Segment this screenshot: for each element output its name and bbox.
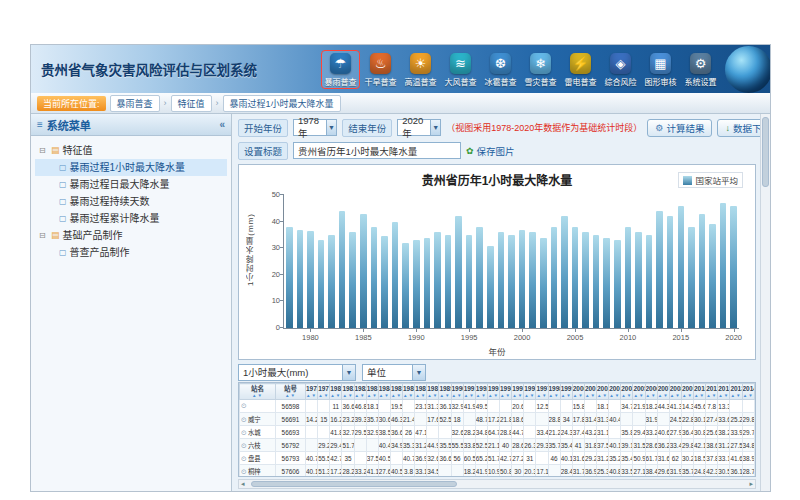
start-year-select[interactable]: 1978年 ▼: [293, 119, 337, 136]
unit-select[interactable]: 单位 ▼: [362, 364, 426, 381]
column-header[interactable]: 1983▲▼: [366, 384, 378, 400]
tree-folder[interactable]: ⊟▤特征值: [35, 142, 227, 159]
column-header[interactable]: 2008▲▼: [669, 384, 681, 400]
column-header[interactable]: 1982▲▼: [354, 384, 366, 400]
metric-select[interactable]: 1小时最大(mm) ▼: [238, 364, 356, 381]
column-header[interactable]: 2014▲▼: [742, 384, 755, 400]
column-header[interactable]: 2002▲▼: [597, 384, 609, 400]
nav-icon[interactable]: ☀高温普查: [401, 50, 440, 89]
column-header[interactable]: 2010▲▼: [694, 384, 706, 400]
column-header-label: 1986: [403, 385, 414, 393]
column-header[interactable]: 1979▲▼: [318, 384, 330, 400]
column-header[interactable]: 2009▲▼: [681, 384, 693, 400]
column-header[interactable]: 2006▲▼: [645, 384, 657, 400]
column-header[interactable]: 2007▲▼: [657, 384, 669, 400]
horizontal-scrollbar[interactable]: ◂ ▸: [238, 479, 756, 489]
tree-item[interactable]: ▢暴雨过程持续天数: [35, 193, 227, 210]
column-header[interactable]: 1991▲▼: [463, 384, 475, 400]
scroll-right-icon[interactable]: ▸: [749, 479, 753, 488]
radio-icon[interactable]: ⊙: [241, 442, 247, 449]
column-header[interactable]: 1988▲▼: [427, 384, 439, 400]
tree-item[interactable]: ▢暴雨过程日最大降水量: [35, 176, 227, 193]
column-header[interactable]: 1998▲▼: [548, 384, 560, 400]
value-cell: [487, 400, 499, 413]
column-header[interactable]: 2000▲▼: [572, 384, 584, 400]
radio-icon[interactable]: ⊙: [241, 455, 247, 462]
value-cell: 21.4: [403, 413, 415, 426]
column-header[interactable]: 站名▲▼: [240, 384, 276, 400]
radio-icon[interactable]: ⊙: [241, 416, 247, 423]
table-row[interactable]: ⊙盘县5679340.755.542.73537.540.540.736.932…: [240, 452, 755, 465]
nav-icon[interactable]: ▦图形审核: [641, 50, 680, 89]
column-header[interactable]: 1980▲▼: [330, 384, 342, 400]
column-header[interactable]: 2013▲▼: [730, 384, 742, 400]
column-header[interactable]: 1999▲▼: [560, 384, 572, 400]
value-cell: 38.6: [706, 439, 718, 452]
table-row[interactable]: ⊙565981136.646.818.119.523.131.336.132.9…: [240, 400, 755, 413]
chart-bar: [402, 243, 409, 328]
collapse-sidebar-icon[interactable]: «: [219, 119, 225, 130]
vertical-scrollbar[interactable]: [760, 114, 770, 491]
tree-folder[interactable]: ⊟▤基础产品制作: [35, 227, 227, 244]
nav-icon[interactable]: ❆冰雹普查: [481, 50, 520, 89]
column-header[interactable]: 2004▲▼: [621, 384, 633, 400]
column-header[interactable]: 站号▲▼: [276, 384, 306, 400]
value-cell: 40.1: [306, 465, 318, 478]
column-header[interactable]: 1990▲▼: [451, 384, 463, 400]
nav-icon[interactable]: ❄雪灾普查: [521, 50, 560, 89]
nav-icon[interactable]: ⚙系统设置: [681, 50, 720, 89]
column-header[interactable]: 1989▲▼: [439, 384, 451, 400]
sort-icons: ▲▼: [730, 393, 741, 399]
column-header[interactable]: 1986▲▼: [403, 384, 415, 400]
column-header[interactable]: 1985▲▼: [390, 384, 402, 400]
column-header[interactable]: 1981▲▼: [342, 384, 354, 400]
save-image-button[interactable]: ✿ 保存图片: [466, 144, 515, 158]
table-row[interactable]: ⊙威宁5669114.21516.223.239.335.730.646.321…: [240, 413, 755, 426]
breadcrumb-item-module[interactable]: 暴雨普查: [110, 95, 160, 112]
vertical-scroll-thumb[interactable]: [762, 117, 769, 187]
nav-icon[interactable]: ☂暴雨普查: [321, 50, 360, 89]
column-header[interactable]: 1997▲▼: [536, 384, 548, 400]
column-header[interactable]: 2001▲▼: [584, 384, 596, 400]
nav-icon[interactable]: ≋大风普查: [441, 50, 480, 89]
value-cell: 36.1: [439, 400, 451, 413]
column-header-label: 2010: [694, 385, 705, 393]
column-header[interactable]: 1992▲▼: [475, 384, 487, 400]
calc-button[interactable]: ⚙ 计算结果: [647, 119, 712, 137]
column-header[interactable]: 2003▲▼: [609, 384, 621, 400]
column-header[interactable]: 2011▲▼: [706, 384, 718, 400]
end-year-select[interactable]: 2020年 ▼: [397, 119, 441, 136]
column-header[interactable]: 1996▲▼: [524, 384, 536, 400]
column-header[interactable]: 1993▲▼: [487, 384, 499, 400]
radio-icon[interactable]: ⊙: [241, 468, 247, 475]
breadcrumb-item-page[interactable]: 暴雨过程1小时最大降水量: [223, 95, 341, 112]
nav-icon[interactable]: ⚡雷电普查: [561, 50, 600, 89]
column-header[interactable]: 1978▲▼: [306, 384, 318, 400]
column-header-label: 2005: [633, 385, 644, 393]
collapse-icon[interactable]: ⊟: [39, 227, 48, 244]
nav-icon[interactable]: ♨干旱普查: [361, 50, 400, 89]
chart-title-input[interactable]: [293, 142, 461, 159]
radio-icon[interactable]: ⊙: [241, 402, 247, 409]
table-row[interactable]: ⊙桐梓5760640.151.317.228.233.241.127.640.5…: [240, 465, 755, 478]
column-header[interactable]: 2005▲▼: [633, 384, 645, 400]
tree-item[interactable]: ▢暴雨过程累计降水量: [35, 210, 227, 227]
column-header[interactable]: 1994▲▼: [500, 384, 512, 400]
column-header[interactable]: 1987▲▼: [415, 384, 427, 400]
table-row[interactable]: ⊙水城5669341.832.729.532.938.536.62647.132…: [240, 426, 755, 439]
radio-icon[interactable]: ⊙: [241, 429, 247, 436]
value-cell: 36.6: [342, 400, 354, 413]
tree-item[interactable]: ▢暴雨过程1小时最大降水量: [35, 159, 227, 176]
breadcrumb-item-category[interactable]: 特征值: [171, 95, 212, 112]
column-header[interactable]: 2012▲▼: [718, 384, 730, 400]
column-header[interactable]: 1984▲▼: [378, 384, 390, 400]
tree-item[interactable]: ▢普查产品制作: [35, 244, 227, 261]
table-row[interactable]: ⊙六枝5679229.229.451.740.434.935.331.244.9…: [240, 439, 755, 452]
column-header[interactable]: 1995▲▼: [512, 384, 524, 400]
tree-item-label: 暴雨过程1小时最大降水量: [70, 159, 186, 176]
nav-icon[interactable]: ◈综合风险: [601, 50, 640, 89]
collapse-icon[interactable]: ⊟: [39, 142, 48, 159]
horizontal-scroll-thumb[interactable]: [251, 481, 457, 487]
chart-bar: [297, 230, 304, 328]
scroll-left-icon[interactable]: ◂: [241, 479, 245, 488]
